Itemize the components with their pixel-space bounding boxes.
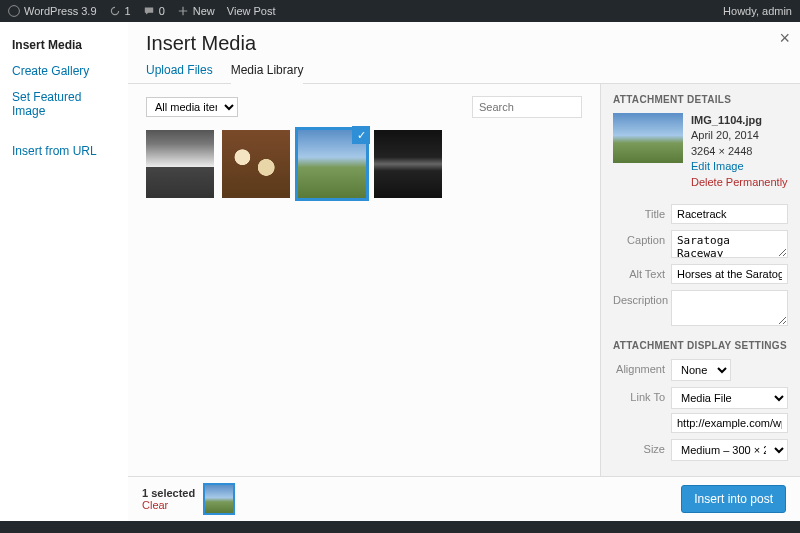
media-sidebar: Insert Media Create Gallery Set Featured… bbox=[0, 22, 128, 533]
media-filter-select[interactable]: All media items bbox=[146, 97, 238, 117]
new-label: New bbox=[193, 5, 215, 17]
size-label: Size bbox=[613, 439, 665, 455]
howdy-text: Howdy, admin bbox=[723, 5, 792, 17]
media-tabs: Upload Files Media Library bbox=[128, 55, 800, 84]
tab-upload-files[interactable]: Upload Files bbox=[146, 63, 213, 83]
link-url-input[interactable] bbox=[671, 413, 788, 433]
details-heading: ATTACHMENT DETAILS bbox=[613, 94, 788, 105]
comment-count: 0 bbox=[159, 5, 165, 17]
wordpress-icon bbox=[8, 5, 20, 17]
adminbar-comments[interactable]: 0 bbox=[143, 5, 165, 17]
comment-icon bbox=[143, 5, 155, 17]
search-input[interactable] bbox=[472, 96, 582, 118]
attachment-thumb[interactable] bbox=[222, 130, 290, 198]
media-library: All media items bbox=[128, 84, 600, 476]
description-input[interactable] bbox=[671, 290, 788, 326]
page-footer bbox=[0, 521, 800, 533]
title-input[interactable] bbox=[671, 204, 788, 224]
details-date: April 20, 2014 bbox=[691, 128, 788, 143]
viewpost-label: View Post bbox=[227, 5, 276, 17]
tab-media-library[interactable]: Media Library bbox=[231, 63, 304, 84]
display-settings-heading: ATTACHMENT DISPLAY SETTINGS bbox=[613, 340, 788, 351]
details-thumbnail bbox=[613, 113, 683, 163]
linkto-select[interactable]: Media File bbox=[671, 387, 788, 409]
size-select[interactable]: Medium – 300 × 225 bbox=[671, 439, 788, 461]
adminbar-howdy[interactable]: Howdy, admin bbox=[723, 5, 792, 17]
linkto-label: Link To bbox=[613, 387, 665, 403]
site-name: WordPress 3.9 bbox=[24, 5, 97, 17]
selected-count: 1 selected bbox=[142, 487, 195, 499]
svg-point-0 bbox=[9, 6, 20, 17]
plus-icon bbox=[177, 5, 189, 17]
description-label: Description bbox=[613, 290, 665, 306]
clear-link[interactable]: Clear bbox=[142, 499, 195, 511]
attachment-thumb[interactable] bbox=[146, 130, 214, 198]
check-icon[interactable] bbox=[352, 126, 370, 144]
adminbar-wordpress[interactable]: WordPress 3.9 bbox=[8, 5, 97, 17]
insert-into-post-button[interactable]: Insert into post bbox=[681, 485, 786, 513]
adminbar-new[interactable]: New bbox=[177, 5, 215, 17]
details-dimensions: 3264 × 2448 bbox=[691, 144, 788, 159]
attachment-details-panel: ATTACHMENT DETAILS IMG_1104.jpg April 20… bbox=[600, 84, 800, 476]
attachment-thumb-selected[interactable] bbox=[298, 130, 366, 198]
modal-footer: 1 selected Clear Insert into post bbox=[128, 476, 800, 521]
alt-input[interactable] bbox=[671, 264, 788, 284]
sidebar-item-set-featured[interactable]: Set Featured Image bbox=[0, 84, 128, 124]
sidebar-item-insert-url[interactable]: Insert from URL bbox=[0, 138, 128, 164]
thumbnail-grid bbox=[146, 130, 582, 198]
close-icon[interactable]: × bbox=[779, 28, 790, 49]
alignment-label: Alignment bbox=[613, 359, 665, 375]
caption-label: Caption bbox=[613, 230, 665, 246]
sidebar-item-create-gallery[interactable]: Create Gallery bbox=[0, 58, 128, 84]
admin-bar: WordPress 3.9 1 0 New View Post Howdy, a… bbox=[0, 0, 800, 22]
update-count: 1 bbox=[125, 5, 131, 17]
selected-thumb[interactable] bbox=[205, 485, 233, 513]
edit-image-link[interactable]: Edit Image bbox=[691, 159, 788, 174]
attachment-thumb[interactable] bbox=[374, 130, 442, 198]
adminbar-updates[interactable]: 1 bbox=[109, 5, 131, 17]
details-filename: IMG_1104.jpg bbox=[691, 113, 788, 128]
delete-permanently-link[interactable]: Delete Permanently bbox=[691, 175, 788, 190]
caption-input[interactable]: Saratoga Raceway bbox=[671, 230, 788, 258]
adminbar-viewpost[interactable]: View Post bbox=[227, 5, 276, 17]
media-modal: Insert Media × Upload Files Media Librar… bbox=[128, 22, 800, 521]
title-label: Title bbox=[613, 204, 665, 220]
alignment-select[interactable]: None bbox=[671, 359, 731, 381]
sidebar-item-insert-media[interactable]: Insert Media bbox=[0, 32, 128, 58]
modal-title: Insert Media bbox=[146, 32, 782, 55]
alt-label: Alt Text bbox=[613, 264, 665, 280]
update-icon bbox=[109, 5, 121, 17]
